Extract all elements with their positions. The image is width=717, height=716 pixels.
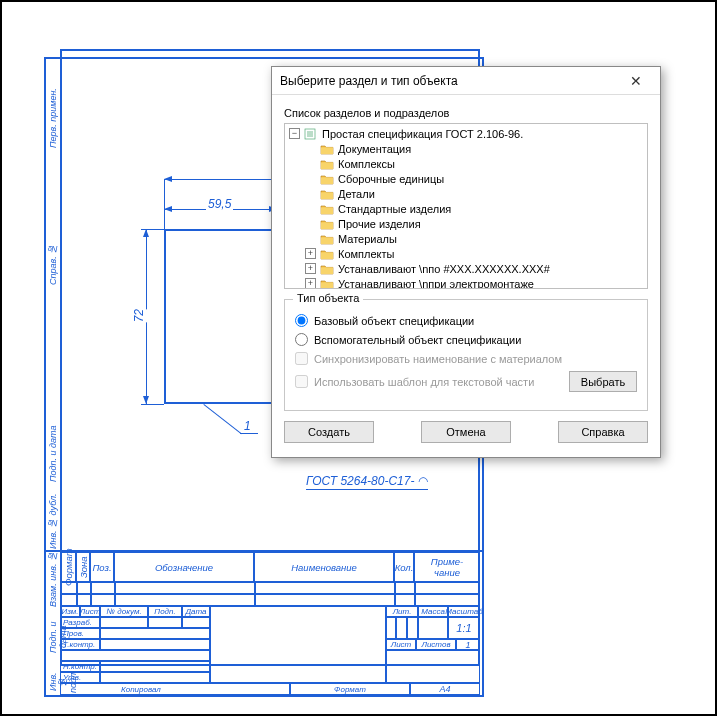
- margin-label: Справ. №: [48, 209, 58, 319]
- tree-item-label: Устанавливают \nпри электромонтаже: [338, 278, 534, 290]
- collapse-icon[interactable]: −: [289, 128, 300, 139]
- tree-item[interactable]: +Устанавливают \nпо #XXX.XXXXXX.XXX#: [289, 261, 643, 276]
- groupbox-legend: Тип объекта: [293, 292, 363, 304]
- folder-icon: [320, 143, 334, 155]
- dialog-titlebar[interactable]: Выберите раздел и тип объекта ✕: [272, 67, 660, 95]
- radio-input[interactable]: [295, 314, 308, 327]
- tree-item-label: Материалы: [338, 233, 397, 245]
- select-button[interactable]: Выбрать: [569, 371, 637, 392]
- margin-label: Перв. примен.: [48, 63, 58, 173]
- tree-spacer: [305, 143, 316, 154]
- expand-icon[interactable]: +: [305, 278, 316, 289]
- radio-input[interactable]: [295, 333, 308, 346]
- tree-view[interactable]: − Простая спецификация ГОСТ 2.106-96. До…: [284, 123, 648, 289]
- folder-icon: [320, 278, 334, 290]
- tree-item[interactable]: Стандартные изделия: [289, 201, 643, 216]
- margin-label: Подп. и дата: [48, 419, 58, 489]
- tree-item[interactable]: Документация: [289, 141, 643, 156]
- tree-item[interactable]: Детали: [289, 186, 643, 201]
- leader-text: 1: [242, 419, 253, 433]
- tree-root-label: Простая спецификация ГОСТ 2.106-96.: [322, 128, 523, 140]
- radio-base-object[interactable]: Базовый объект спецификации: [295, 314, 637, 327]
- dialog-title-text: Выберите раздел и тип объекта: [280, 74, 620, 88]
- expand-icon[interactable]: +: [305, 248, 316, 259]
- dimension-text: 72: [130, 309, 148, 322]
- folder-icon: [320, 203, 334, 215]
- tree-item[interactable]: Материалы: [289, 231, 643, 246]
- tree-item-label: Документация: [338, 143, 411, 155]
- tree-item[interactable]: Прочие изделия: [289, 216, 643, 231]
- tree-item-label: Комплекты: [338, 248, 394, 260]
- tree-spacer: [305, 158, 316, 169]
- expand-icon[interactable]: +: [305, 263, 316, 274]
- folder-icon: [320, 173, 334, 185]
- radio-label: Базовый объект спецификации: [314, 315, 474, 327]
- tree-spacer: [305, 173, 316, 184]
- sheet-icon: [304, 128, 318, 140]
- tree-spacer: [305, 203, 316, 214]
- tree-item[interactable]: +Устанавливают \nпри электромонтаже: [289, 276, 643, 289]
- tree-item-label: Прочие изделия: [338, 218, 421, 230]
- folder-icon: [320, 233, 334, 245]
- title-block: Формат Зона Поз. Обозначение Наименовани…: [46, 550, 482, 695]
- tree-item-label: Детали: [338, 188, 375, 200]
- tree-spacer: [305, 233, 316, 244]
- margin-label: Инв. № дубл.: [48, 493, 58, 549]
- folder-icon: [320, 248, 334, 260]
- checkbox-input: [295, 375, 308, 388]
- dimension-text: 59,5: [206, 197, 233, 211]
- folder-icon: [320, 263, 334, 275]
- checkbox-label: Использовать шаблон для текстовой части: [314, 376, 563, 388]
- folder-icon: [320, 218, 334, 230]
- folder-icon: [320, 188, 334, 200]
- check-sync-name: Синхронизировать наименование с материал…: [295, 352, 637, 365]
- radio-aux-object[interactable]: Вспомогательный объект спецификации: [295, 333, 637, 346]
- list-caption: Список разделов и подразделов: [284, 107, 648, 119]
- tree-spacer: [305, 218, 316, 229]
- checkbox-input: [295, 352, 308, 365]
- tree-item[interactable]: Сборочные единицы: [289, 171, 643, 186]
- tree-spacer: [305, 188, 316, 199]
- folder-icon: [320, 158, 334, 170]
- tree-item-label: Сборочные единицы: [338, 173, 444, 185]
- create-button[interactable]: Создать: [284, 421, 374, 443]
- checkbox-label: Синхронизировать наименование с материал…: [314, 353, 562, 365]
- tree-root[interactable]: − Простая спецификация ГОСТ 2.106-96.: [289, 126, 643, 141]
- tree-item[interactable]: Комплексы: [289, 156, 643, 171]
- cancel-button[interactable]: Отмена: [421, 421, 511, 443]
- tree-item-label: Стандартные изделия: [338, 203, 451, 215]
- tree-item-label: Устанавливают \nпо #XXX.XXXXXX.XXX#: [338, 263, 550, 275]
- tree-item[interactable]: +Комплекты: [289, 246, 643, 261]
- tree-item-label: Комплексы: [338, 158, 395, 170]
- gost-note: ГОСТ 5264-80-С17- ◠: [306, 474, 428, 490]
- radio-label: Вспомогательный объект спецификации: [314, 334, 521, 346]
- dialog-section-type: Выберите раздел и тип объекта ✕ Список р…: [271, 66, 661, 458]
- type-groupbox: Тип объекта Базовый объект спецификации …: [284, 299, 648, 411]
- help-button[interactable]: Справка: [558, 421, 648, 443]
- close-icon[interactable]: ✕: [620, 71, 652, 91]
